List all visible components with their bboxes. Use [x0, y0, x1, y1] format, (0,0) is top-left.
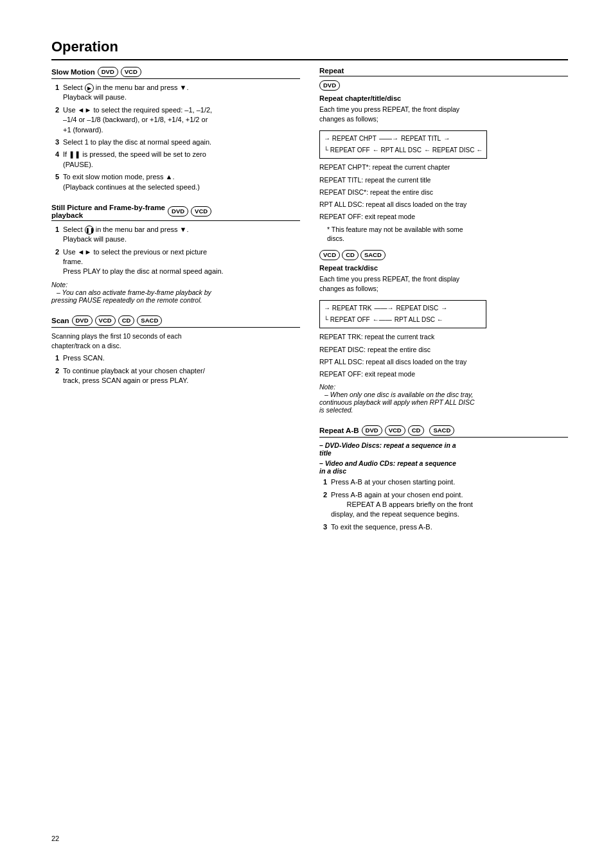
- repeat-disc-def: REPEAT DISC*: repeat the entire disc: [319, 188, 568, 197]
- step-3-slow: 3 Select 1 to play the disc at normal sp…: [51, 137, 300, 147]
- step-1-scan: 1 Press SCAN.: [51, 353, 300, 363]
- repeat-disc-vcd-def: REPEAT DISC: repeat the entire disc: [319, 345, 568, 355]
- slow-motion-steps: 1 Select ▶ in the menu bar and press ▼.P…: [51, 83, 300, 192]
- repeat-off-vcd-def: REPEAT OFF: exit repeat mode: [319, 369, 568, 379]
- repeat-vcd-desc: Each time you press REPEAT, the front di…: [319, 274, 568, 294]
- flow-row-2: └ REPEAT OFF ← RPT ALL DSC ← REPEAT DISC…: [324, 145, 483, 156]
- repeat-vcd-note: Note: – When only one disc is available …: [319, 383, 568, 414]
- repeat-section: Repeat DVD Repeat chapter/title/disc Eac…: [319, 67, 568, 414]
- scan-steps: 1 Press SCAN. 2 To continue playback at …: [51, 353, 300, 385]
- scan-title: Scan DVD VCD CD SACD: [51, 315, 300, 328]
- flow-vcd-row-1: → REPEAT TRK ——→ REPEAT DISC →: [324, 303, 482, 314]
- repeat-ab-dvd-intro: – DVD-Video Discs: repeat a sequence in …: [319, 441, 568, 457]
- pause-icon-still: ❚❚: [85, 226, 94, 235]
- repeat-ab-section: Repeat A-B DVD VCD CD SACD – DVD-Video D…: [319, 425, 568, 532]
- page: Operation Slow Motion DVD VCD 1 Select ▶…: [0, 0, 613, 868]
- vcd-badge-ab: VCD: [385, 425, 405, 436]
- dvd-badge-slow: DVD: [98, 67, 118, 77]
- slow-motion-label: Slow Motion: [51, 68, 95, 76]
- repeat-titl-def: REPEAT TITL: repeat the current title: [319, 175, 568, 185]
- vcd-badge-still: VCD: [191, 206, 211, 217]
- step-2-ab: 2 Press A-B again at your chosen end poi…: [319, 490, 568, 520]
- dvd-badge-scan: DVD: [72, 315, 93, 326]
- step-1-still: 1 Select ❚❚ in the menu bar and press ▼.…: [51, 225, 300, 245]
- step-5-slow: 5 To exit slow motion mode, press ▲.(Pla…: [51, 172, 300, 192]
- still-picture-label: Still Picture and Frame-by-frameplayback: [51, 204, 165, 219]
- repeat-ab-vcd-intro: – Video and Audio CDs: repeat a sequence…: [319, 459, 568, 475]
- step-2-slow: 2 Use ◄► to select the required speed: –…: [51, 105, 300, 135]
- cd-badge-repeat: CD: [342, 250, 359, 260]
- step-4-slow: 4 If ❚❚ is pressed, the speed will be se…: [51, 150, 300, 170]
- slow-motion-title: Slow Motion DVD VCD: [51, 67, 300, 79]
- repeat-dvd-subsection: DVD Repeat chapter/title/disc Each time …: [319, 80, 568, 244]
- dvd-badge-still: DVD: [168, 206, 188, 217]
- step-2-scan: 2 To continue playback at your chosen ch…: [51, 366, 300, 386]
- repeat-vcd-subsection: VCD CD SACD Repeat track/disc Each time …: [319, 250, 568, 414]
- repeat-ab-steps: 1 Press A-B at your chosen starting poin…: [319, 477, 568, 532]
- repeat-trk-def: REPEAT TRK: repeat the current track: [319, 332, 568, 342]
- cd-badge-scan: CD: [118, 315, 135, 326]
- repeat-dvd-asterisk: * This feature may not be available with…: [327, 225, 568, 244]
- page-number: 22: [51, 835, 59, 842]
- repeat-rptall-def: RPT ALL DSC: repeat all discs loaded on …: [319, 200, 568, 209]
- vcd-badge-scan: VCD: [95, 315, 116, 326]
- repeat-title: Repeat: [319, 67, 568, 76]
- repeat-chpt-title: Repeat chapter/title/disc: [319, 94, 568, 102]
- step-3-ab: 3 To exit the sequence, press A-B.: [319, 522, 568, 532]
- still-picture-steps: 1 Select ❚❚ in the menu bar and press ▼.…: [51, 225, 300, 277]
- slow-motion-section: Slow Motion DVD VCD 1 Select ▶ in the me…: [51, 67, 300, 192]
- scan-label: Scan: [51, 317, 69, 324]
- left-column: Slow Motion DVD VCD 1 Select ▶ in the me…: [51, 67, 300, 544]
- step-1-ab: 1 Press A-B at your chosen starting poin…: [319, 477, 568, 487]
- repeat-dvd-desc: Each time you press REPEAT, the front di…: [319, 105, 568, 124]
- repeat-chpt-def: REPEAT CHPT*: repeat the current chapter: [319, 163, 568, 172]
- step-1-slow: 1 Select ▶ in the menu bar and press ▼.P…: [51, 83, 300, 103]
- flow-vcd-row-2: └ REPEAT OFF ←—— RPT ALL DSC ←: [324, 314, 482, 326]
- vcd-badge-slow: VCD: [121, 67, 141, 77]
- dvd-badge-ab: DVD: [362, 425, 382, 436]
- dvd-badge-repeat: DVD: [319, 80, 340, 91]
- repeat-track-title: Repeat track/disc: [319, 264, 568, 272]
- repeat-off-def: REPEAT OFF: exit repeat mode: [319, 212, 568, 222]
- repeat-ab-label: Repeat A-B: [319, 427, 359, 434]
- vcd-badge-repeat: VCD: [319, 250, 340, 260]
- still-picture-section: Still Picture and Frame-by-frameplayback…: [51, 204, 300, 304]
- still-picture-note: Note: – You can also activate frame-by-f…: [51, 281, 300, 304]
- scan-description: Scanning plays the first 10 seconds of e…: [51, 332, 300, 351]
- repeat-label: Repeat: [319, 67, 344, 75]
- cd-badge-ab: CD: [408, 425, 425, 436]
- right-column: Repeat DVD Repeat chapter/title/disc Eac…: [319, 67, 568, 544]
- repeat-rpt-vcd-def: RPT ALL DSC: repeat all discs loaded on …: [319, 357, 568, 367]
- sacd-badge-repeat: SACD: [360, 250, 386, 260]
- repeat-ab-title: Repeat A-B DVD VCD CD SACD: [319, 425, 568, 438]
- two-column-layout: Slow Motion DVD VCD 1 Select ▶ in the me…: [51, 67, 568, 544]
- repeat-dvd-flow: → REPEAT CHPT ——→ REPEAT TITL → └ REPEAT…: [319, 130, 487, 159]
- sacd-badge-scan: SACD: [137, 315, 162, 326]
- step-2-still: 2 Use ◄► to select the previous or next …: [51, 247, 300, 277]
- still-picture-title: Still Picture and Frame-by-frameplayback…: [51, 204, 300, 221]
- scan-section: Scan DVD VCD CD SACD Scanning plays the …: [51, 315, 300, 386]
- page-title: Operation: [51, 39, 568, 60]
- sacd-badge-ab: SACD: [429, 425, 454, 436]
- flow-row-1: → REPEAT CHPT ——→ REPEAT TITL →: [324, 133, 483, 145]
- play-icon-slow: ▶: [85, 84, 94, 93]
- repeat-vcd-flow: → REPEAT TRK ——→ REPEAT DISC → └ REPEAT …: [319, 300, 486, 328]
